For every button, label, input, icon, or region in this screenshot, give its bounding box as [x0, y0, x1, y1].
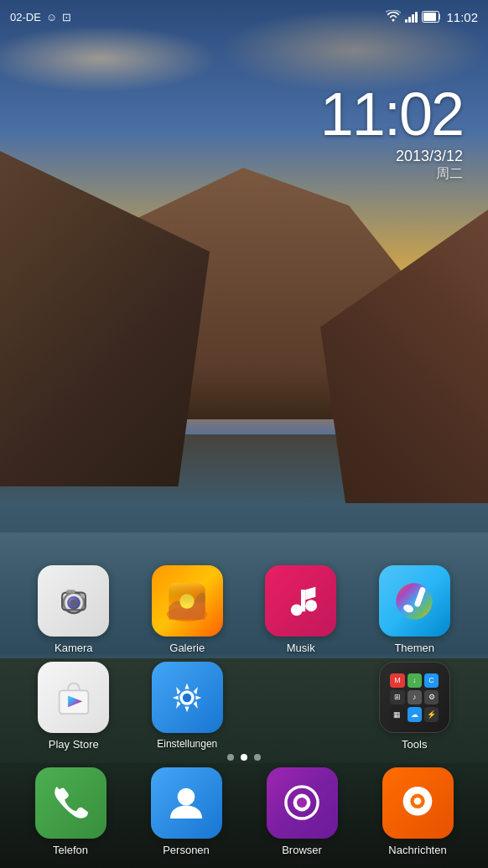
- app-grid-row2: Play Store Ein: [0, 662, 488, 759]
- tools-cell: ▦: [390, 707, 404, 721]
- app-grid: Kamera: [0, 565, 488, 663]
- tools-label: Tools: [402, 738, 427, 751]
- battery-icon: [422, 11, 442, 23]
- tools-cell: ♪: [408, 690, 422, 704]
- musik-label: Musik: [287, 642, 315, 654]
- svg-point-12: [291, 604, 303, 616]
- app-empty: [255, 662, 347, 751]
- telefon-icon: [35, 767, 106, 839]
- clock-date: 2013/3/12: [320, 148, 463, 165]
- status-left: 02-DE ☺ ⊡: [10, 11, 71, 23]
- time-label: 11:02: [446, 10, 478, 24]
- clock-area: 11:02 2013/3/12 周二: [320, 84, 463, 183]
- wifi-icon: [386, 10, 401, 24]
- svg-rect-11: [169, 583, 205, 605]
- app-telefon[interactable]: Telefon: [24, 767, 117, 856]
- svg-point-24: [297, 798, 307, 808]
- empty-icon: [265, 662, 336, 733]
- app-row-1: Kamera: [17, 565, 471, 654]
- app-kamera[interactable]: Kamera: [28, 565, 120, 654]
- signal-icon: [405, 11, 418, 23]
- svg-point-15: [397, 583, 433, 619]
- svg-rect-1: [423, 13, 436, 21]
- galerie-icon: [152, 565, 223, 637]
- clock-day: 周二: [320, 165, 463, 183]
- personen-label: Personen: [163, 844, 210, 856]
- svg-point-7: [80, 593, 84, 596]
- dot-1[interactable]: [227, 754, 234, 761]
- svg-point-20: [183, 693, 191, 701]
- einstellungen-icon: [152, 662, 223, 733]
- app-row-2: Play Store Ein: [17, 662, 471, 751]
- browser-icon: [267, 767, 338, 839]
- app-tools[interactable]: M ↓ C ⊞ ♪ ⚙ ▦ ☁ ⚡ Tools: [368, 662, 460, 751]
- themen-label: Themen: [394, 642, 434, 654]
- nachrichten-label: Nachrichten: [388, 844, 446, 856]
- musik-icon: [265, 565, 336, 637]
- tools-cell: ⊞: [390, 690, 404, 704]
- tools-cell: ⚡: [424, 707, 439, 721]
- svg-point-14: [305, 600, 317, 611]
- playstore-label: Play Store: [49, 738, 99, 751]
- app-personen[interactable]: Personen: [140, 767, 232, 856]
- dock: Telefon Personen Browser: [0, 763, 488, 868]
- app-nachrichten[interactable]: Nachrichten: [371, 767, 464, 856]
- app-themen[interactable]: Themen: [368, 565, 460, 654]
- svg-point-21: [178, 788, 195, 806]
- svg-rect-13: [301, 590, 305, 611]
- dot-3[interactable]: [254, 754, 261, 761]
- status-bar: 02-DE ☺ ⊡ 11:02: [0, 0, 488, 34]
- svg-point-28: [414, 798, 422, 805]
- themen-icon: [379, 565, 450, 637]
- app-galerie[interactable]: Galerie: [141, 565, 233, 654]
- kamera-icon: [38, 565, 109, 637]
- tools-grid: M ↓ C ⊞ ♪ ⚙ ▦ ☁ ⚡: [390, 673, 439, 722]
- nachrichten-icon: [382, 767, 454, 839]
- dot-2[interactable]: [241, 754, 247, 761]
- einstellungen-label: Einstellungen: [157, 738, 217, 750]
- tools-icon: M ↓ C ⊞ ♪ ⚙ ▦ ☁ ⚡: [379, 662, 450, 733]
- app-einstellungen[interactable]: Einstellungen: [141, 662, 233, 751]
- svg-rect-6: [66, 590, 75, 593]
- playstore-icon: [38, 662, 109, 733]
- status-right: 11:02: [386, 10, 478, 24]
- tools-cell: ☁: [408, 707, 422, 721]
- telefon-label: Telefon: [53, 844, 88, 856]
- tools-cell: C: [424, 673, 439, 688]
- tools-cell: ↓: [408, 673, 422, 688]
- smiley-icon: ☺: [46, 11, 57, 23]
- tools-cell: M: [390, 673, 404, 688]
- app-browser[interactable]: Browser: [256, 767, 348, 856]
- galerie-label: Galerie: [169, 642, 205, 654]
- browser-label: Browser: [282, 844, 322, 856]
- carrier-label: 02-DE: [10, 11, 41, 23]
- app-musik[interactable]: Musik: [255, 565, 347, 654]
- clock-time: 11:02: [320, 84, 463, 144]
- personen-icon: [151, 767, 222, 839]
- bag-icon: ⊡: [62, 11, 71, 23]
- page-indicator: [227, 754, 261, 761]
- kamera-label: Kamera: [55, 642, 93, 654]
- app-playstore[interactable]: Play Store: [28, 662, 120, 751]
- tools-cell: ⚙: [424, 690, 439, 704]
